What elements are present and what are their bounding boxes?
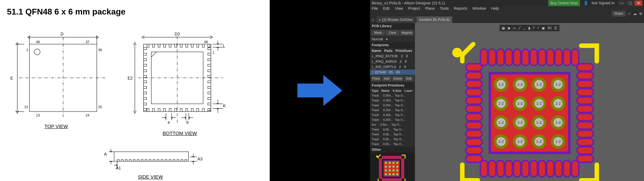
- primitive-row[interactable]: Track0.254...Top O...: [370, 103, 415, 108]
- svg-rect-216: [497, 49, 504, 66]
- place-tool-icon[interactable]: +: [537, 26, 539, 30]
- add-button[interactable]: Add: [382, 76, 391, 81]
- svg-point-189: [385, 166, 387, 167]
- primitive-row[interactable]: Track0.254...Top O...: [370, 98, 415, 103]
- menu-view[interactable]: View: [395, 6, 403, 11]
- arrow-strip: [270, 0, 370, 181]
- comp-tool-icon[interactable]: ▣: [542, 26, 545, 30]
- svg-text:25: 25: [98, 105, 102, 109]
- primitive-row[interactable]: Track0.05...Top O...: [370, 142, 415, 146]
- svg-text:1: 1: [213, 51, 214, 55]
- svg-rect-52: [147, 108, 149, 112]
- svg-point-185: [392, 162, 394, 164]
- svg-rect-137: [390, 156, 392, 159]
- pad-tool-icon[interactable]: ▭: [513, 26, 516, 30]
- svg-rect-42: [208, 59, 211, 61]
- svg-rect-115: [181, 159, 183, 161]
- svg-rect-240: [497, 160, 504, 177]
- svg-point-199: [389, 169, 390, 171]
- layer-tool-icon[interactable]: ☰: [554, 26, 557, 30]
- svg-rect-149: [401, 167, 404, 168]
- svg-rect-151: [401, 170, 404, 172]
- cloud-icon[interactable]: ☁: [633, 12, 637, 16]
- primitive-row[interactable]: Track0.254...Top O...: [370, 113, 415, 117]
- mode-buttons: MaskClearMagnify: [370, 29, 415, 37]
- svg-rect-38: [202, 44, 204, 47]
- window-minimize-button[interactable]: —: [618, 1, 626, 6]
- footprint-columns: NamePadsPrimitives: [370, 48, 415, 54]
- primitive-row[interactable]: Track0.05...Top O...: [370, 132, 415, 137]
- svg-text:13: 13: [36, 113, 40, 117]
- svg-rect-153: [401, 173, 404, 175]
- doc-tab-1[interactable]: ▸ [1] Router.SchDoc: [376, 17, 416, 23]
- svg-rect-39: [208, 44, 210, 47]
- menu-reports[interactable]: Reports: [454, 6, 467, 11]
- svg-text:36: 36: [98, 48, 102, 52]
- svg-text:E: E: [10, 76, 13, 80]
- app-title: library_v1.PcbLib - Altium Designer (22.…: [372, 1, 445, 5]
- gear-icon[interactable]: ⚙: [639, 12, 642, 16]
- svg-text:K: K: [223, 103, 226, 108]
- svg-rect-105: [141, 159, 143, 161]
- svg-rect-259: [466, 138, 482, 146]
- primitive-row[interactable]: Track0.254...Top O...: [370, 108, 415, 113]
- primitive-row[interactable]: Arc0.5m...Top O...: [370, 122, 415, 127]
- track-tool-icon[interactable]: ╱: [518, 26, 520, 30]
- footprint-row[interactable]: L_IPAQ_8X7X3528: [370, 54, 415, 59]
- mode-dropdown[interactable]: Normal: [372, 37, 383, 41]
- svg-rect-62: [202, 108, 204, 112]
- signin-status[interactable]: Not Signed In: [592, 1, 614, 5]
- fill-tool-icon[interactable]: ▮: [528, 26, 530, 30]
- svg-rect-174: [379, 169, 382, 170]
- menu-window[interactable]: Window: [472, 6, 486, 11]
- primitive-row[interactable]: Track0.254...Top O...: [370, 117, 415, 122]
- menu-project[interactable]: Project: [408, 6, 420, 11]
- svg-text:1-2: 1-2: [536, 101, 542, 106]
- pcb-canvas[interactable]: ▦◉▭╱◡▮T+▣3D☰ 1-21-21-21-21-21-21-21-21-2…: [415, 23, 644, 181]
- window-maximize-button[interactable]: ▢: [626, 1, 634, 6]
- buy-button[interactable]: Buy Online Now: [548, 0, 580, 6]
- svg-text:48: 48: [204, 40, 208, 44]
- doc-tab-2[interactable]: modem.lib.PcbLib: [416, 17, 452, 23]
- footprint-row[interactable]: L_IPAQ_8x85x528: [370, 59, 415, 64]
- svg-rect-29: [152, 44, 154, 47]
- svg-rect-45: [208, 75, 211, 77]
- svg-rect-229: [577, 89, 593, 96]
- svg-rect-226: [577, 64, 593, 71]
- svg-rect-106: [145, 159, 147, 161]
- clear-button[interactable]: Clear: [386, 30, 399, 36]
- menu-file[interactable]: File: [372, 6, 378, 11]
- svg-rect-215: [488, 49, 496, 66]
- text-tool-icon[interactable]: T: [533, 26, 535, 30]
- footprint-row[interactable]: □ QFN486589: [370, 70, 415, 75]
- 3d-tool-icon[interactable]: 3D: [547, 26, 552, 30]
- svg-rect-160: [388, 178, 390, 181]
- svg-rect-143: [400, 156, 402, 159]
- mask-button[interactable]: Mask: [371, 30, 385, 36]
- primitive-row[interactable]: Track0.05...Top O...: [370, 137, 415, 142]
- user-icon[interactable]: 👤: [584, 1, 588, 5]
- side-panel: PCB Library MaskClearMagnify Normal ▾ Fo…: [370, 23, 415, 181]
- menu-place[interactable]: Place: [425, 6, 435, 11]
- menu-edit[interactable]: Edit: [383, 6, 390, 11]
- menu-tools[interactable]: Tools: [440, 6, 449, 11]
- top-view-block: D E 48 37 36 25 24: [7, 27, 106, 136]
- via-tool-icon[interactable]: ◉: [508, 26, 510, 30]
- delete-button[interactable]: Delete: [392, 76, 403, 81]
- arc-tool-icon[interactable]: ◡: [523, 26, 526, 30]
- grid-tool-icon[interactable]: ▦: [502, 26, 505, 30]
- window-close-button[interactable]: ✕: [635, 1, 642, 6]
- menu-help[interactable]: Help: [491, 6, 499, 11]
- edit-button[interactable]: Edit: [404, 76, 414, 81]
- svg-point-211: [396, 173, 398, 175]
- primitive-row[interactable]: Track0.05...Top O...: [370, 127, 415, 132]
- home-icon[interactable]: ⌂: [372, 18, 374, 22]
- primitive-row[interactable]: Track0.254...Top O...: [370, 93, 415, 98]
- share-button[interactable]: Share: [612, 11, 626, 17]
- magnify-button[interactable]: Magnify: [400, 30, 414, 36]
- svg-rect-168: [379, 159, 382, 160]
- place-button[interactable]: Place: [371, 76, 381, 81]
- svg-rect-59: [186, 108, 188, 112]
- footprint-row[interactable]: L_IND_D8P7L526: [370, 64, 415, 70]
- datasheet-pane: 51.1 QFN48 6 x 6 mm package D: [0, 0, 270, 181]
